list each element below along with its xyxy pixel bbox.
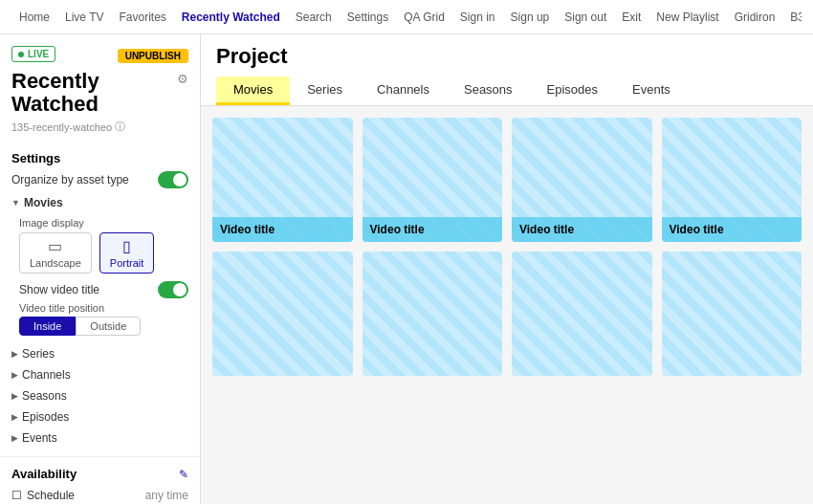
tab-seasons[interactable]: Seasons [447,77,530,105]
episodes-label: Episodes [22,410,69,424]
movies-arrow-icon: ▼ [11,198,20,208]
channels-section[interactable]: ▶ Channels [0,364,200,385]
content-header: Project Movies Series Channels Seasons E… [201,34,813,106]
unpublish-button[interactable]: UNPUBLISH [118,49,188,63]
live-dot [18,52,24,57]
settings-title: Settings [11,151,188,165]
channels-arrow-icon: ▶ [11,370,18,380]
toggle-knob [173,173,187,186]
tabs-row: Movies Series Channels Seasons Episodes … [216,77,798,105]
card-stripes-7 [512,252,652,376]
video-title-pos-label: Video title position [19,302,188,314]
nav-favorites[interactable]: Favorites [111,0,173,34]
card-3[interactable]: Video title [512,118,652,242]
show-video-title-label: Show video title [19,283,99,296]
availability-edit-icon[interactable]: ✎ [179,468,188,481]
nav-livetv[interactable]: Live TV [57,0,111,34]
card-title-3: Video title [512,217,652,242]
seasons-section[interactable]: ▶ Seasons [0,385,200,406]
card-1[interactable]: Video title [212,118,353,242]
nav-home[interactable]: Home [11,0,57,34]
calendar-icon: ☐ [11,489,22,502]
landscape-option[interactable]: ▭ Landscape [19,232,92,274]
channels-label: Channels [22,368,71,382]
gear-icon[interactable]: ⚙ [177,72,188,86]
inside-option[interactable]: Inside [19,317,76,336]
card-stripes-6 [363,252,503,376]
portrait-option[interactable]: ▯ Portrait [99,232,154,274]
nav-search[interactable]: Search [288,0,340,34]
card-title-4: Video title [662,217,802,242]
card-2[interactable]: Video title [363,118,503,242]
tab-channels[interactable]: Channels [360,77,447,105]
nav-exit[interactable]: Exit [614,0,648,34]
nav-sign-in[interactable]: Sign in [452,0,503,34]
schedule-label: ☐ Schedule [11,489,75,502]
cards-grid: Video title Video title Video title Vide… [201,106,813,387]
card-stripes-8 [662,252,802,376]
landscape-label: Landscape [30,257,81,269]
events-section[interactable]: ▶ Events [0,427,200,449]
movies-section-header[interactable]: ▼ Movies [11,192,188,213]
sidebar: LIVE UNPUBLISH Recently Watched ⚙ 135-re… [0,34,201,504]
card-title-1: Video title [212,217,353,242]
page-title: Project [216,44,798,69]
card-7[interactable] [512,252,652,376]
card-4[interactable]: Video title [662,118,802,242]
nav-b3[interactable]: B3 Test P... [782,0,802,34]
tab-movies[interactable]: Movies [216,77,290,105]
outside-option[interactable]: Outside [76,317,141,336]
nav-links: Home Live TV Favorites Recently Watched … [11,0,802,34]
portrait-icon: ▯ [110,237,143,255]
portrait-label: Portrait [110,257,143,269]
card-title-2: Video title [363,217,503,242]
events-arrow-icon: ▶ [11,433,18,443]
card-6[interactable] [363,252,503,376]
nav-sign-up[interactable]: Sign up [503,0,558,34]
series-arrow-icon: ▶ [11,349,18,359]
image-display-label: Image display [19,217,188,229]
tab-series[interactable]: Series [290,77,360,105]
nav-settings[interactable]: Settings [340,0,396,34]
content-area: Project Movies Series Channels Seasons E… [201,34,813,504]
schedule-value: any time [145,489,188,502]
events-label: Events [22,431,57,445]
nav-recently-watched[interactable]: Recently Watched [174,0,288,34]
card-stripes-5 [212,252,353,376]
card-8[interactable] [662,252,802,376]
sidebar-id: 135-recently-watcheo ⓘ [11,120,188,134]
episodes-section[interactable]: ▶ Episodes [0,406,200,427]
organize-label: Organize by asset type [11,173,129,186]
live-label: LIVE [28,49,49,59]
landscape-icon: ▭ [30,237,81,255]
tab-episodes[interactable]: Episodes [530,77,615,105]
availability-title: Availability [11,467,77,481]
tab-events[interactable]: Events [615,77,688,105]
nav-qa-grid[interactable]: QA Grid [396,0,452,34]
show-video-title-toggle[interactable] [158,281,188,298]
organize-toggle[interactable] [158,171,188,188]
nav-gridiron[interactable]: Gridiron [727,0,783,34]
live-badge: LIVE [11,46,55,62]
nav-new-playlist[interactable]: New Playlist [648,0,726,34]
seasons-label: Seasons [22,389,67,403]
sidebar-title: Recently Watched [11,70,177,116]
top-navigation: Home Live TV Favorites Recently Watched … [0,0,813,34]
card-5[interactable] [212,252,353,376]
nav-sign-out[interactable]: Sign out [557,0,614,34]
toggle-knob-2 [173,283,187,296]
episodes-arrow-icon: ▶ [11,412,18,422]
series-label: Series [22,347,55,361]
series-section[interactable]: ▶ Series [0,343,200,364]
seasons-arrow-icon: ▶ [11,391,18,401]
movies-label: Movies [24,196,63,209]
info-icon: ⓘ [115,120,125,134]
